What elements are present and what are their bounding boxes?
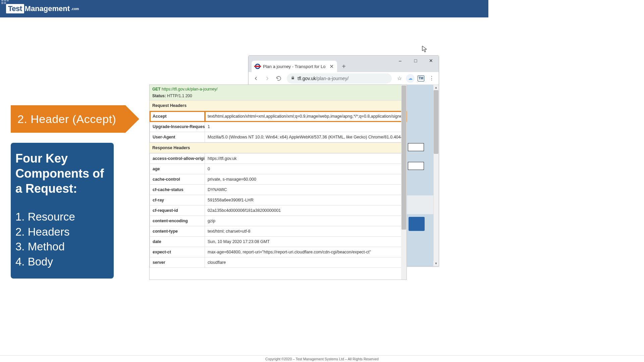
forward-button[interactable]	[262, 73, 273, 84]
page-input[interactable]	[408, 162, 424, 170]
page-submit-button[interactable]	[409, 217, 425, 231]
header-name: Upgrade-Insecure-Requests	[150, 122, 205, 132]
header-value: private, s-maxage=60.000	[205, 174, 407, 185]
callout-header-accept: 2. Header (Accept)	[11, 105, 125, 133]
scroll-up-icon[interactable]: ▲	[433, 85, 439, 90]
header-value: gzip	[205, 216, 407, 226]
tab-title: Plan a journey - Transport for Lo	[263, 64, 325, 69]
header-name: server	[150, 257, 205, 268]
header-name: cf-request-id	[150, 205, 205, 216]
reload-button[interactable]	[273, 73, 284, 84]
header-row[interactable]: expect-ctmax-age=604800, report-uri="htt…	[150, 247, 407, 257]
header-name: age	[150, 164, 205, 174]
info-box: Four Key Components of a Request: 1. Res…	[11, 143, 114, 274]
header-name: Accept	[150, 111, 205, 122]
kebab-menu-icon[interactable]: ⋮	[427, 73, 437, 83]
info-title: Four Key Components of a Request:	[15, 151, 109, 196]
panel-scrollbar[interactable]	[401, 85, 407, 274]
header-row[interactable]: age0	[150, 164, 407, 174]
header-row[interactable]: Accepttext/html,application/xhtml+xml,ap…	[150, 111, 407, 122]
callout-label: 2. Header (Accept)	[17, 113, 116, 126]
section-request-headers: Request Headers	[150, 100, 407, 111]
window-minimize-button[interactable]: –	[392, 56, 408, 66]
header-row[interactable]: access-control-allow-originhttps://tfl.g…	[150, 154, 407, 164]
url-text: tfl.gov.uk/plan-a-journey/	[298, 76, 348, 81]
header-value: https://tfl.gov.uk	[205, 154, 407, 164]
tm-extension-icon[interactable]: TM	[416, 73, 426, 83]
window-maximize-button[interactable]: □	[408, 56, 423, 66]
header-name: cache-control	[150, 174, 205, 185]
header-row[interactable]: Upgrade-Insecure-Requests1	[150, 122, 407, 132]
header-value: 591558a6ee3906f1-LHR	[205, 195, 407, 205]
address-bar[interactable]: tfl.gov.uk/plan-a-journey/	[287, 73, 392, 83]
brand-part1: Test	[6, 4, 24, 13]
brand-suffix: .com	[71, 7, 79, 11]
header-row[interactable]: User-AgentMozilla/5.0 (Windows NT 10.0; …	[150, 132, 407, 142]
info-item: 2. Headers	[15, 225, 109, 240]
cloud-extension-icon[interactable]: ☁	[405, 73, 415, 83]
header-value: 0	[205, 164, 407, 174]
header-row[interactable]: servercloudflare	[150, 257, 407, 268]
request-headers-table: Accepttext/html,application/xhtml+xml,ap…	[150, 111, 407, 142]
header-value: text/html; charset=utf-8	[205, 226, 407, 237]
header-name: expect-ct	[150, 247, 205, 257]
section-response-headers: Response Headers	[150, 142, 407, 153]
mouse-cursor-icon	[422, 46, 427, 53]
header-name: User-Agent	[150, 132, 205, 142]
header-value: text/html,application/xhtml+xml,applicat…	[205, 111, 407, 122]
header-name: access-control-allow-origin	[150, 154, 205, 164]
bookmark-star-icon[interactable]: ☆	[394, 73, 405, 83]
scroll-down-icon[interactable]: ▼	[433, 261, 439, 266]
lock-icon	[291, 76, 295, 81]
header-value: DYNAMIC	[205, 185, 407, 195]
window-close-button[interactable]: ✕	[423, 56, 439, 66]
status-line: Status: HTTP/1.1 200	[152, 94, 404, 98]
header-row[interactable]: cf-request-id02a135bc4d000006f181a382000…	[150, 205, 407, 216]
back-button[interactable]	[251, 73, 261, 84]
panel-scroll-thumb[interactable]	[401, 85, 406, 230]
header-name: cf-cache-status	[150, 185, 205, 195]
header-value: Sun, 10 May 2020 17:23:08 GMT	[205, 237, 407, 247]
headers-panel: GET https://tfl.gov.uk/plan-a-journey/ S…	[149, 84, 407, 274]
top-brand-bar: Test Management .com	[0, 0, 488, 17]
response-headers-table: access-control-allow-originhttps://tfl.g…	[150, 153, 407, 268]
info-item: 1. Resource	[15, 209, 109, 225]
header-value: cloudflare	[205, 257, 407, 268]
header-value: max-age=604800, report-uri="https://repo…	[205, 247, 407, 257]
header-row[interactable]: dateSun, 10 May 2020 17:23:08 GMT	[150, 237, 407, 247]
browser-tab[interactable]: Plan a journey - Transport for Lo ✕	[252, 61, 337, 72]
header-row[interactable]: cf-ray591558a6ee3906f1-LHR	[150, 195, 407, 205]
header-row[interactable]: cf-cache-statusDYNAMIC	[150, 185, 407, 195]
new-tab-button[interactable]: +	[339, 62, 348, 71]
brand-logo: Test Management .com	[6, 4, 79, 13]
header-name: cf-ray	[150, 195, 205, 205]
info-item: 3. Method	[15, 239, 109, 254]
header-row[interactable]: cache-controlprivate, s-maxage=60.000	[150, 174, 407, 185]
header-name: content-encoding	[150, 216, 205, 226]
brand-part2: Management	[25, 4, 70, 13]
header-name: content-type	[150, 226, 205, 237]
browser-toolbar: tfl.gov.uk/plan-a-journey/ ☆ ☁ TM ⋮	[249, 72, 439, 85]
panel-summary: GET https://tfl.gov.uk/plan-a-journey/ S…	[150, 85, 407, 100]
request-line: GET https://tfl.gov.uk/plan-a-journey/	[152, 87, 404, 92]
header-row[interactable]: content-encodinggzip	[150, 216, 407, 226]
header-row[interactable]: content-typetext/html; charset=utf-8	[150, 226, 407, 237]
tfl-roundel-icon	[255, 64, 260, 69]
info-list: 1. Resource 2. Headers 3. Method 4. Body	[15, 209, 109, 269]
info-item: 4. Body	[15, 254, 109, 269]
header-value: Mozilla/5.0 (Windows NT 10.0; Win64; x64…	[205, 132, 407, 142]
browser-titlebar[interactable]: Plan a journey - Transport for Lo ✕ + – …	[249, 56, 439, 72]
page-input[interactable]	[408, 143, 424, 151]
header-value: 02a135bc4d000006f181a38200000001	[205, 205, 407, 216]
header-name: date	[150, 237, 205, 247]
scroll-thumb[interactable]	[434, 90, 438, 154]
tab-close-icon[interactable]: ✕	[327, 63, 334, 70]
page-scrollbar[interactable]: ▲ ▼	[433, 85, 439, 266]
header-value: 1	[205, 122, 407, 132]
